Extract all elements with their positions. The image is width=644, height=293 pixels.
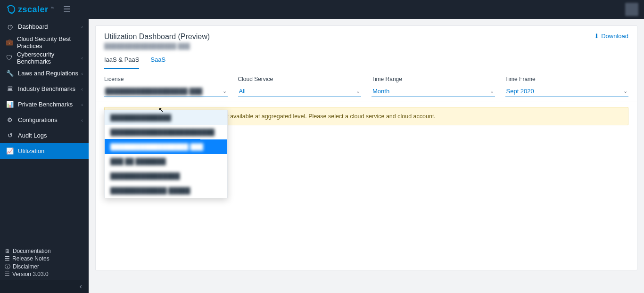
sidebar-footer: 🗎Documentation ☰Release Notes ⓘDisclaime…	[0, 244, 89, 280]
sidebar-item-label: Private Benchmarks	[18, 101, 73, 108]
sidebar-item-industry[interactable]: 🏛 Industry Benchmarks ‹	[0, 81, 89, 97]
license-option[interactable]: ████████████████	[105, 169, 227, 183]
footer-documentation[interactable]: 🗎Documentation	[5, 247, 84, 255]
page-title: Utilization Dashboard (Preview)	[104, 33, 210, 41]
time-range-value: Month	[372, 88, 389, 95]
chevron-left-icon: ‹	[81, 86, 83, 92]
chevron-down-icon: ⌄	[490, 88, 494, 94]
wrench-icon: 🔧	[6, 70, 14, 77]
line-chart-icon: 📈	[6, 147, 14, 155]
brand: zscaler ™	[6, 4, 55, 15]
sidebar-item-configurations[interactable]: ⚙ Configurations ‹	[0, 112, 89, 128]
bars-icon: 📊	[6, 101, 14, 108]
sidebar-item-cybersecurity[interactable]: 🛡 Cybersecurity Benchmarks ‹	[0, 50, 89, 65]
license-option[interactable]: █████████████ █████	[105, 183, 227, 198]
footer-disclaimer[interactable]: ⓘDisclaimer	[5, 263, 84, 270]
license-value: ███████████████████ ███	[105, 88, 202, 95]
sidebar-item-label: Industry Benchmarks	[18, 85, 75, 92]
license-label: License	[104, 76, 228, 82]
sidebar-item-audit-logs[interactable]: ↺ Audit Logs	[0, 128, 89, 143]
sidebar-item-laws[interactable]: 🔧 Laws and Regulations ‹	[0, 65, 89, 81]
filter-time-frame: Time Frame Sept 2020 ⌄	[505, 76, 629, 97]
sliders-icon: ⚙	[6, 116, 14, 123]
nav-list: ◷ Dashboard ‹ 💼 Cloud Security Best Prac…	[0, 19, 89, 159]
time-range-select[interactable]: Month ⌄	[372, 86, 495, 97]
download-icon: ⬇	[594, 33, 599, 40]
chevron-left-icon: ‹	[81, 24, 83, 30]
tab-saas[interactable]: SaaS	[150, 56, 165, 69]
chevron-left-icon: ‹	[81, 55, 83, 61]
chevron-down-icon: ⌄	[356, 88, 360, 94]
chevron-left-icon: ‹	[81, 71, 83, 76]
footer-version[interactable]: ☰Version 3.03.0	[5, 270, 84, 278]
license-dropdown: ██████████████ ████████████████████████ …	[104, 110, 228, 198]
brand-logo-icon	[6, 4, 16, 15]
sidebar-collapse[interactable]: ‹	[0, 280, 89, 293]
sidebar-item-label: Audit Logs	[18, 132, 47, 139]
footer-release-notes[interactable]: ☰Release Notes	[5, 255, 84, 262]
license-option[interactable]: ██████████████████ ███	[105, 139, 227, 154]
main-content: Utilization Dashboard (Preview) ████████…	[89, 19, 644, 293]
sidebar-item-utilization[interactable]: 📈 Utilization	[0, 143, 89, 159]
cloud-service-select[interactable]: All ⌄	[238, 86, 362, 97]
chevron-left-icon: ‹	[80, 282, 82, 291]
sidebar-item-label: Utilization	[18, 147, 44, 155]
time-frame-value: Sept 2020	[506, 88, 534, 95]
sidebar-item-label: Dashboard	[18, 23, 48, 30]
time-range-label: Time Range	[372, 76, 495, 82]
tabs: IaaS & PaaS SaaS	[96, 49, 637, 69]
sidebar-item-private[interactable]: 📊 Private Benchmarks ‹	[0, 97, 89, 112]
trademark: ™	[51, 6, 55, 10]
gauge-icon: ◷	[6, 23, 14, 30]
tab-iaas-paas[interactable]: IaaS & PaaS	[104, 56, 139, 69]
list-icon: ☰	[5, 255, 10, 262]
sidebar-item-label: Laws and Regulations	[18, 70, 78, 77]
hamburger-icon[interactable]: ☰	[63, 4, 71, 15]
sidebar-item-cloud-security[interactable]: 💼 Cloud Security Best Practices	[0, 34, 89, 50]
license-option[interactable]: ███ ██ ███████	[105, 154, 227, 169]
chevron-down-icon: ⌄	[623, 88, 627, 94]
license-option[interactable]: ██████████████	[105, 110, 227, 125]
cloud-service-label: Cloud Service	[238, 76, 362, 82]
doc-icon: 🗎	[5, 247, 10, 255]
bank-icon: 🏛	[6, 85, 14, 92]
sidebar-item-label: Configurations	[18, 116, 58, 123]
time-frame-select[interactable]: Sept 2020 ⌄	[505, 86, 629, 97]
chevron-left-icon: ‹	[81, 117, 83, 123]
time-frame-label: Time Frame	[505, 76, 629, 82]
filters-bar: License ███████████████████ ███ ⌄ Cloud …	[96, 69, 637, 101]
utilization-card: Utilization Dashboard (Preview) ████████…	[95, 25, 637, 270]
list-icon: ☰	[5, 270, 10, 278]
chevron-down-icon: ⌄	[223, 88, 227, 94]
sidebar-item-label: Cybersecurity Benchmarks	[17, 51, 82, 65]
filter-license: License ███████████████████ ███ ⌄	[104, 76, 228, 97]
sidebar: ◷ Dashboard ‹ 💼 Cloud Security Best Prac…	[0, 19, 89, 293]
brand-name: zscaler	[18, 5, 49, 15]
filter-cloud-service: Cloud Service All ⌄	[238, 76, 362, 97]
filter-time-range: Time Range Month ⌄	[372, 76, 495, 97]
sidebar-item-dashboard[interactable]: ◷ Dashboard ‹	[0, 19, 89, 34]
history-icon: ↺	[6, 132, 14, 139]
info-icon: ⓘ	[5, 263, 10, 270]
page-subtitle: ██████████████████ ███	[104, 43, 210, 49]
download-button[interactable]: ⬇ Download	[594, 33, 628, 40]
user-avatar[interactable]	[625, 3, 638, 16]
shield-icon: 🛡	[6, 54, 13, 61]
cloud-service-value: All	[239, 88, 246, 95]
chevron-left-icon: ‹	[81, 102, 83, 107]
license-select[interactable]: ███████████████████ ███ ⌄	[104, 86, 228, 97]
briefcase-icon: 💼	[6, 39, 13, 46]
sidebar-item-label: Cloud Security Best Practices	[17, 35, 83, 49]
license-option[interactable]: ████████████████████████	[105, 125, 227, 139]
download-label: Download	[601, 33, 628, 40]
